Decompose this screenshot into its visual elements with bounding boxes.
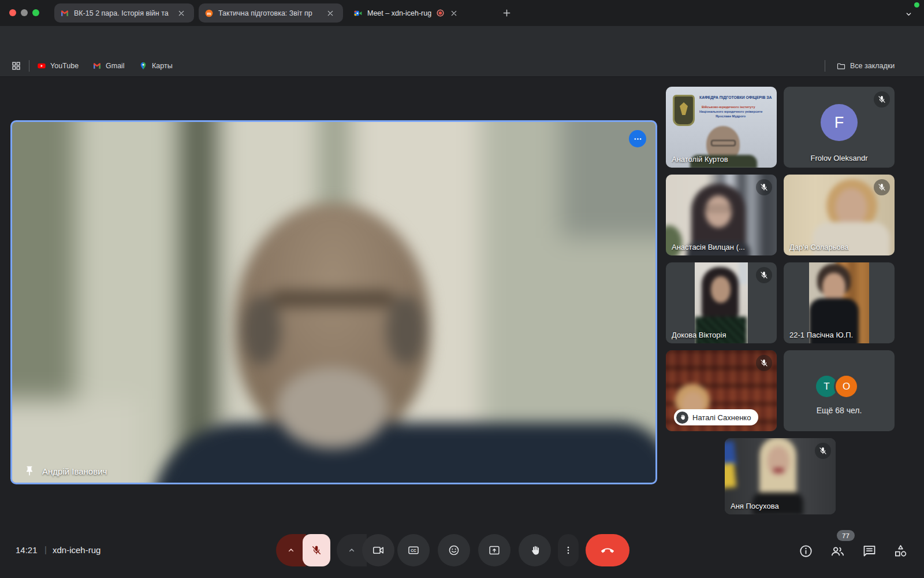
participant-tile-pasichna[interactable]: 22-1 Пасічна Ю.П. xyxy=(784,262,895,343)
avatar-initial: T xyxy=(824,381,829,392)
overflow-avatar-o: O xyxy=(836,376,857,397)
gmail-icon xyxy=(92,61,102,71)
tab-gmail[interactable]: ВК-15 2 пара. Історія війн та xyxy=(54,3,194,23)
mic-muted-icon xyxy=(874,91,890,108)
camera-icon xyxy=(372,544,385,557)
mic-muted-icon xyxy=(874,179,890,195)
bookmarks-divider xyxy=(29,60,29,72)
bookmark-label: YouTube xyxy=(50,62,79,70)
mic-options-chevron-button[interactable] xyxy=(276,534,306,566)
hand-raised-nameplate: Наталі Сахненко xyxy=(674,409,758,425)
present-screen-icon xyxy=(488,544,501,557)
tab-strip: ВК-15 2 пара. Історія війн та Тактична п… xyxy=(0,0,924,26)
participant-name: Frolov Oleksandr xyxy=(784,154,895,162)
glasses xyxy=(711,140,736,146)
participant-tile-dokova[interactable]: Докова Вікторія xyxy=(666,262,777,343)
folder-icon xyxy=(836,61,846,71)
participant-name: Дар'я Соларьова xyxy=(789,243,849,251)
window-minimize-button[interactable] xyxy=(21,9,28,16)
pinned-speaker-tile[interactable]: Андрій Іванович xyxy=(10,120,657,484)
camera-toggle-button[interactable] xyxy=(362,534,394,566)
reactions-button[interactable] xyxy=(438,534,470,566)
slide-subheading-3: Ярославе Мудрого xyxy=(716,114,773,118)
show-participants-button[interactable] xyxy=(830,543,845,559)
participant-tile-vyltsan[interactable]: Анастасія Вилцан (... xyxy=(666,175,777,255)
slide-subheading-1: Військово-юридичного інституту xyxy=(702,105,774,109)
mic-toggle-button-muted[interactable] xyxy=(303,534,330,566)
bookmark-label: Gmail xyxy=(106,62,125,70)
bookmark-youtube[interactable]: YouTube xyxy=(37,60,79,72)
participant-tile-solarova[interactable]: Дар'я Соларьова xyxy=(784,175,895,255)
screen-share-indicator xyxy=(914,2,919,8)
gmail-icon xyxy=(60,9,69,18)
all-bookmarks-button[interactable]: Все закладки xyxy=(836,60,895,72)
participant-name: Анатолій Куртов xyxy=(672,155,728,164)
tab-close-icon[interactable] xyxy=(326,9,335,18)
avatar-initial: F xyxy=(834,114,844,132)
tab-moodle[interactable]: Тактична підготовка: Звіт пр xyxy=(199,3,343,23)
pinned-speaker-name: Андрій Іванович xyxy=(42,466,107,476)
meeting-code: xdn-iceh-rug xyxy=(53,545,100,555)
tab-title: ВК-15 2 пара. Історія війн та xyxy=(74,9,172,17)
participant-name: Анастасія Вилцан (... xyxy=(672,243,745,251)
google-meet-browser-window: ВК-15 2 пара. Історія війн та Тактична п… xyxy=(0,0,924,578)
main-speaker-silhouette xyxy=(12,122,655,483)
meet-icon xyxy=(353,9,363,18)
hand-raised-icon xyxy=(676,412,688,424)
participant-tile-kurtov[interactable]: КАФЕДРА ПІДГОТОВКИ ОФІЦЕРІВ ЗА Військово… xyxy=(666,87,777,168)
bookmarks-divider xyxy=(825,60,825,72)
call-end-icon xyxy=(601,543,614,557)
mic-muted-icon xyxy=(311,544,322,556)
smiley-icon xyxy=(448,544,460,557)
bookmark-label: Карты xyxy=(152,62,173,70)
participant-initial-avatar: F xyxy=(821,104,858,141)
more-options-dots-icon xyxy=(633,134,643,144)
tab-overflow-chevron-icon[interactable] xyxy=(904,9,914,19)
pin-icon xyxy=(24,465,35,477)
participant-count: 77 xyxy=(842,532,850,539)
tab-meet-active[interactable]: Meet – xdn-iceh-rug xyxy=(348,3,497,23)
captions-button[interactable] xyxy=(397,534,430,566)
participant-tile-posukhova[interactable]: Аня Посухова xyxy=(725,438,836,514)
participant-name: Наталі Сахненко xyxy=(692,413,751,422)
more-options-dots-icon xyxy=(563,545,573,555)
tab-close-icon[interactable] xyxy=(449,9,459,18)
leave-call-button[interactable] xyxy=(586,534,629,566)
footer-divider: | xyxy=(44,544,47,554)
meeting-details-button[interactable] xyxy=(798,543,814,559)
maps-icon xyxy=(139,61,148,71)
mic-muted-icon xyxy=(756,355,772,371)
more-options-button[interactable] xyxy=(558,534,579,566)
mic-muted-icon xyxy=(815,443,831,459)
avatar-initial: O xyxy=(843,381,850,392)
participant-name: 22-1 Пасічна Ю.П. xyxy=(789,331,853,339)
tile-options-button[interactable] xyxy=(629,130,646,147)
overflow-participants-tile[interactable]: T O Ещё 68 чел. xyxy=(784,350,895,431)
military-emblem xyxy=(673,95,695,126)
overflow-count-label: Ещё 68 чел. xyxy=(784,406,895,415)
present-screen-button[interactable] xyxy=(478,534,511,566)
bookmark-gmail[interactable]: Gmail xyxy=(92,60,125,72)
chat-button[interactable] xyxy=(862,543,877,559)
new-tab-button[interactable] xyxy=(501,8,512,18)
activities-button[interactable] xyxy=(893,543,908,559)
participant-tile-frolov[interactable]: F Frolov Oleksandr xyxy=(784,87,895,168)
youtube-icon xyxy=(37,61,46,71)
apps-grid-icon[interactable] xyxy=(11,61,21,71)
slide-heading: КАФЕДРА ПІДГОТОВКИ ОФІЦЕРІВ ЗА xyxy=(699,95,774,100)
meeting-clock: 14:21 xyxy=(16,545,38,555)
participant-count-badge: 77 xyxy=(837,530,855,541)
pinned-speaker-nameplate: Андрій Іванович xyxy=(24,465,107,477)
participant-name: Докова Вікторія xyxy=(672,331,726,339)
raise-hand-button[interactable] xyxy=(519,534,551,566)
tab-close-icon[interactable] xyxy=(177,9,186,18)
tab-title: Meet – xdn-iceh-rug xyxy=(367,9,431,17)
raise-hand-icon xyxy=(529,544,541,557)
window-zoom-button[interactable] xyxy=(32,9,39,16)
chevron-up-icon xyxy=(286,545,296,555)
participant-name: Аня Посухова xyxy=(731,502,779,510)
bookmark-maps[interactable]: Карты xyxy=(139,60,173,72)
chevron-up-icon xyxy=(346,545,357,555)
participant-tile-sakhnenko[interactable]: Наталі Сахненко xyxy=(666,350,777,431)
window-close-button[interactable] xyxy=(9,9,16,16)
